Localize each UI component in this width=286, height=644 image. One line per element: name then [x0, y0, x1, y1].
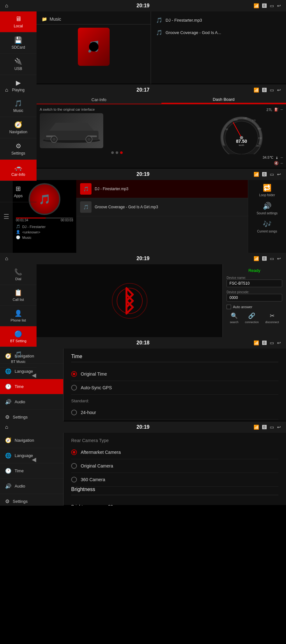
- svg-text:140: 140: [243, 117, 247, 119]
- home-icon-6[interactable]: ⌂: [5, 424, 8, 430]
- file-item-2[interactable]: 🎵 Groove Coverage - God Is A...: [151, 26, 286, 39]
- radio-aftermarket[interactable]: Aftermarket Camera: [71, 446, 278, 459]
- sidebar-item-carinfo[interactable]: 🚗 Car-Info: [0, 160, 37, 181]
- bt-disconnect-button[interactable]: ✂ disconnect: [265, 312, 279, 324]
- radio-original-time[interactable]: Original Time: [71, 367, 278, 381]
- radio-dot-original-cam: [71, 463, 77, 469]
- auto-answer-checkbox[interactable]: [227, 305, 231, 309]
- back-icon-2[interactable]: ↩: [277, 87, 281, 93]
- sidebar-item-sdcard[interactable]: 💾 SDCard: [0, 32, 37, 54]
- home-icon-4[interactable]: ⌂: [5, 256, 8, 261]
- settings-nav-time-6[interactable]: 🕐 Time: [0, 463, 63, 479]
- time-2: 20:17: [137, 87, 150, 93]
- playlist-item-1[interactable]: 🎵 DJ - Firestarter.mp3: [76, 180, 248, 198]
- collapse-arrow[interactable]: ◀: [32, 372, 36, 379]
- current-songs-button[interactable]: 🎶 Current songs: [257, 220, 277, 233]
- status-bar-6: ⌂ 20:19 📶 🅱 ▭ ↩: [0, 421, 286, 433]
- dot-1: [111, 151, 114, 154]
- sidebar-item-calllist[interactable]: 📋 Call list: [0, 285, 37, 306]
- progress-fill: [16, 218, 46, 218]
- back-icon-3[interactable]: ↩: [277, 172, 281, 177]
- loop-folder-button[interactable]: 🔁 Loop folder: [259, 184, 275, 197]
- device-name-value: FSC-BT510: [227, 280, 282, 287]
- sidebar-item-phonelist[interactable]: 👤 Phone list: [0, 306, 37, 326]
- note-icon: 🎵: [16, 225, 20, 229]
- wifi-icon-5: 📶: [254, 340, 259, 345]
- sidebar-item-playing[interactable]: ▶ Playing: [0, 75, 37, 96]
- bt-search-button[interactable]: 🔍 search: [230, 312, 238, 324]
- device-name-label: Device name:: [227, 276, 282, 280]
- time-row: 00:01:34 00:03:03: [16, 218, 73, 222]
- radio-24hour[interactable]: 24-hour: [71, 406, 278, 419]
- svg-text:200: 200: [257, 128, 261, 130]
- panel-car-info: ⌂ 20:17 📶 🅱 ▭ ↩ 🎵 Music 🧭 Navigation ⚙ S…: [0, 84, 286, 169]
- home-icon-1[interactable]: ⌂: [5, 3, 8, 9]
- tab-car-info[interactable]: Car-Info: [37, 96, 161, 104]
- loop-icon: 🔁: [263, 184, 271, 192]
- sidebar-item-music[interactable]: 🎵 Music: [0, 96, 37, 117]
- tabs-row: Car-Info Dash Board: [37, 96, 286, 104]
- radio-original-cam[interactable]: Original Camera: [71, 459, 278, 473]
- radio-dot-original: [71, 371, 77, 377]
- brightness-value: 80: [108, 504, 113, 506]
- radio-360-cam[interactable]: 360 Camera: [71, 473, 278, 487]
- current-songs-icon: 🎶: [263, 220, 271, 228]
- settings-nav-time[interactable]: 🕐 Time: [0, 379, 63, 394]
- time-1: 20:19: [137, 3, 150, 9]
- sound-settings-icon: 🔊: [263, 202, 271, 210]
- playlist-item-2[interactable]: 🎵 Groove Coverage - God Is A Girl.mp3: [76, 198, 248, 216]
- sidebar-item-settings[interactable]: ⚙ Settings: [0, 138, 37, 160]
- time-3: 20:19: [137, 171, 150, 177]
- settings-icon: ⚙: [16, 142, 21, 150]
- svg-point-6: [52, 138, 56, 141]
- settings-nav-settings-6[interactable]: ⚙ Settings: [0, 494, 63, 506]
- battery-icon-4: ▭: [270, 256, 274, 261]
- back-icon-6[interactable]: ↩: [277, 425, 281, 430]
- svg-text:km/h: km/h: [239, 144, 244, 147]
- sidebar-item-btmusic[interactable]: 🎵 BT Music: [0, 347, 37, 368]
- car-icon: 🚗: [14, 163, 22, 171]
- auto-answer-row[interactable]: Auto answer: [227, 305, 282, 309]
- back-icon-1[interactable]: ↩: [277, 3, 281, 8]
- dash-right: 27L ⛽ ─: [197, 104, 286, 169]
- bt-connection-button[interactable]: 🔗 connection: [245, 312, 259, 324]
- radio-dot-gps: [71, 385, 77, 391]
- track-name: DJ - Firestarter: [22, 225, 45, 229]
- collapse-arrow-6[interactable]: ◀: [32, 456, 36, 463]
- settings-nav-audio[interactable]: 🔊 Audio: [0, 394, 63, 410]
- status-bar-4: ⌂ 20:19 📶 🅱 ▭ ↩: [0, 253, 286, 264]
- sidebar-item-usb[interactable]: 🔌 USB: [0, 54, 37, 75]
- gear-icon-6: ⚙: [5, 498, 10, 504]
- sound-settings-button[interactable]: 🔊 Sound settings: [256, 202, 277, 215]
- tab-dash-board[interactable]: Dash Board: [161, 96, 286, 104]
- sidebar-item-navigation[interactable]: 🧭 Navigation: [0, 117, 37, 138]
- back-icon-5[interactable]: ↩: [277, 340, 281, 345]
- wifi-icon-2: 📶: [254, 87, 259, 93]
- wifi-icon-1: 📶: [254, 3, 259, 8]
- fuel-stat: 27L ⛽ ─: [200, 107, 283, 112]
- sidebar-1: 🖥 Local 💾 SDCard 🔌 USB ▶ Playing: [0, 11, 37, 84]
- radio-dot-24h: [71, 410, 77, 415]
- page-dots: [40, 150, 194, 155]
- meta-track: 🎵 DJ - Firestarter: [16, 225, 73, 229]
- sidebar-item-btsetting[interactable]: 🔵 BT Setting: [0, 326, 37, 347]
- settings-nav-navigation-6[interactable]: 🧭 Navigation: [0, 433, 63, 448]
- progress-container[interactable]: 00:01:34 00:03:03: [16, 218, 73, 222]
- radio-auto-sync[interactable]: Auto-Sync GPS: [71, 381, 278, 395]
- bt-icon-3: 🅱: [262, 172, 267, 177]
- sidebar-item-local[interactable]: 🖥 Local: [0, 11, 37, 32]
- album-name: Music: [22, 236, 31, 239]
- settings-nav-audio-6[interactable]: 🔊 Audio: [0, 479, 63, 494]
- sidebar-item-apps[interactable]: ⊞ Apps: [0, 181, 37, 202]
- fuel-value: 27L: [267, 108, 272, 112]
- bt-info-panel: Ready Device name: FSC-BT510 Device pinc…: [222, 264, 286, 337]
- loop-label: Loop folder: [259, 193, 275, 197]
- settings-content-5: Time Original Time Auto-Sync GPS Standar…: [64, 349, 286, 421]
- battery-icon-3: ▭: [270, 172, 274, 177]
- back-icon-4[interactable]: ↩: [277, 256, 281, 261]
- file-item-1[interactable]: 🎵 DJ - Firestarter.mp3: [151, 14, 286, 26]
- status-bar-3: ⌂ 20:19 📶 🅱 ▭ ↩: [0, 169, 286, 180]
- sidebar-item-dial[interactable]: 📞 Dial: [0, 264, 37, 285]
- music-playlist: 🎵 DJ - Firestarter.mp3 🎵 Groove Coverage…: [76, 180, 248, 253]
- playlist-name-1: DJ - Firestarter.mp3: [95, 187, 128, 191]
